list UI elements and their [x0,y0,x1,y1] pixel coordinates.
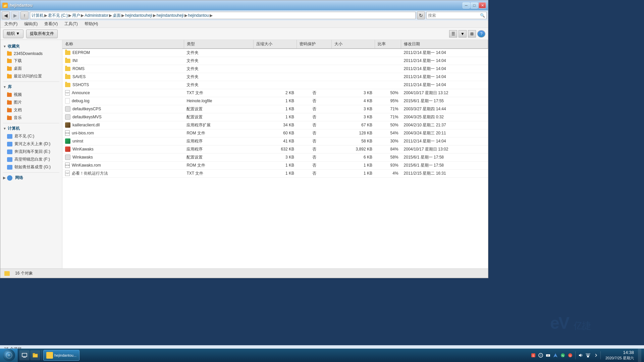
tray-icon-4[interactable] [552,352,558,358]
col-modified[interactable]: 修改日期 [401,40,488,49]
col-compressed-size[interactable]: 压缩大小 [254,40,297,49]
tray-network-icon[interactable] [585,352,591,358]
col-type[interactable]: 类型 [184,40,253,49]
menu-view[interactable]: 查看(V) [43,20,59,27]
sidebar-item-download[interactable]: 下载 [0,57,62,65]
sidebar-item-video[interactable]: 视频 [0,91,62,99]
system-clock[interactable]: 14:38 2020/7/25 星期六 [603,350,637,361]
file-name: INI [72,58,77,63]
sidebar-item-c-drive[interactable]: 君不见 (C:) [0,132,62,140]
maximize-button[interactable]: □ [471,2,478,8]
col-name[interactable]: 名称 [62,40,184,49]
table-row[interactable]: ROMS 文件夹 2011/2/14 星期一 14:04 [62,65,488,73]
table-row[interactable]: defaultkeysMVS 配置设置 1 KB 否 3 KB 71% 2004… [62,113,488,121]
search-box[interactable]: 🔍 [426,12,487,19]
sidebar-network-header[interactable]: ▶ 网络 [0,174,62,182]
tray-expand-icon[interactable] [592,352,598,358]
file-ratio: 58% [375,153,401,161]
up-button[interactable]: ↑ [20,11,29,19]
start-button[interactable] [0,349,18,362]
svg-text:?: ? [540,354,541,357]
sidebar-item-pictures[interactable]: 图片 [0,99,62,106]
tray-volume-icon[interactable] [578,352,584,358]
file-modified: 2011/2/14 星期一 14:04 [401,65,488,73]
sidebar-item-e-drive[interactable]: 奔流到海不复回 (E:) [0,148,62,156]
help-button[interactable]: ? [477,30,485,38]
path-folder2[interactable]: hejindantouheji [157,13,184,18]
organize-button[interactable]: 组织 ▼ [3,29,23,38]
file-name-cell: INI [62,57,184,65]
sidebar-favorites-header[interactable]: ▼ 收藏夹 [0,43,62,50]
menu-edit[interactable]: 编辑(E) [23,20,39,27]
tray-icon-3[interactable]: A [545,352,551,358]
view-dropdown-button[interactable]: ▼ [459,30,467,38]
show-desktop-strip[interactable] [638,349,641,362]
sidebar-item-music[interactable]: 音乐 [0,114,62,122]
tray-icon-5[interactable]: N [560,352,566,358]
table-row[interactable]: Winkawaks 配置设置 3 KB 否 6 KB 58% 2015/6/1 … [62,153,488,161]
extract-button[interactable]: 提取所有文件 [26,29,58,38]
sidebar-computer-header[interactable]: ▼ 计算机 [0,125,62,132]
col-size[interactable]: 大小 [332,40,375,49]
titlebar: 📁 hejindantou ─ □ ✕ [0,0,488,10]
file-type: 文件夹 [184,81,253,89]
sidebar-item-f-drive[interactable]: 高堂明镜悲白发 (F:) [0,156,62,163]
tray-icon-1[interactable]: S [530,352,536,358]
close-button[interactable]: ✕ [479,2,486,8]
sidebar-library-header[interactable]: ▼ 库 [0,83,62,91]
tray-icon-6[interactable]: G [567,352,573,358]
path-users[interactable]: 用户 [72,13,80,18]
table-row[interactable]: TXT Announce TXT 文件 2 KB 否 3 KB 50% 2004… [62,89,488,97]
table-row[interactable]: debug.log Heinote.logfile 1 KB 否 4 KB 95… [62,97,488,105]
minimize-button[interactable]: ─ [463,2,470,8]
titlebar-controls: ─ □ ✕ [463,2,486,8]
table-row[interactable]: ROM uni-bios.rom ROM 文件 60 KB 否 128 KB 5… [62,129,488,137]
refresh-button[interactable]: ↻ [417,11,425,19]
table-row[interactable]: WinKawaks 应用程序 632 KB 否 3,892 KB 84% 200… [62,145,488,153]
show-desktop-button[interactable] [19,350,30,360]
file-ratio: 71% [375,105,401,113]
sidebar-item-g-drive[interactable]: 朝如青丝暮成雪 (G:) [0,163,62,171]
address-path[interactable]: 计算机 ▶ 君不见 (C:) ▶ 用户 ▶ Administrator ▶ 桌面… [30,12,416,19]
path-admin[interactable]: Administrator [85,13,108,18]
table-row[interactable]: uninst 应用程序 41 KB 否 58 KB 30% 2011/2/14 … [62,137,488,145]
tray-icon-2[interactable]: ? [538,352,544,358]
table-row[interactable]: kailleraclient.dll 应用程序扩展 34 KB 否 67 KB … [62,121,488,129]
path-desktop[interactable]: 桌面 [113,13,121,18]
path-drive[interactable]: 君不见 (C:) [48,13,68,18]
file-size: 3 KB [332,105,375,113]
sidebar-item-desktop[interactable]: 桌面 [0,65,62,72]
search-input[interactable] [428,13,480,18]
path-folder3[interactable]: hejindantou [188,13,209,18]
sidebar-item-recent[interactable]: 最近访问的位置 [0,72,62,80]
view-tiles-button[interactable]: ⊞ [468,30,476,38]
library-arrow: ▼ [3,85,6,89]
col-password[interactable]: 密码保护 [297,40,332,49]
sidebar-computer-label: 计算机 [8,126,20,131]
back-button[interactable]: ◀ [2,11,10,19]
table-row[interactable]: defaultkeysCPS 配置设置 1 KB 否 3 KB 71% 2003… [62,105,488,113]
sidebar-recent-label: 最近访问的位置 [14,73,42,79]
view-details-button[interactable]: ☰ [449,30,457,38]
forward-button[interactable]: ▶ [11,11,19,19]
menu-help[interactable]: 帮助(H) [83,20,100,27]
menu-tools[interactable]: 工具(T) [63,20,79,27]
file-type: 文件夹 [184,65,253,73]
table-row[interactable]: SAVES 文件夹 2011/2/14 星期一 14:04 [62,73,488,81]
table-row[interactable]: SSHOTS 文件夹 2011/2/14 星期一 14:04 [62,81,488,89]
col-ratio[interactable]: 比率 [375,40,401,49]
folder-icon [7,67,12,71]
table-row[interactable]: ROM WinKawaks.rom ROM 文件 1 KB 否 1 KB 93%… [62,161,488,169]
file-ratio: 84% [375,145,401,153]
sidebar-item-d-drive[interactable]: 黄河之水天上来 (D:) [0,140,62,148]
table-row[interactable]: INI 文件夹 2011/2/14 星期一 14:04 [62,57,488,65]
taskbar-app-explorer[interactable]: hejindantou... [43,350,79,361]
table-row[interactable]: EEPROM 文件夹 2011/2/14 星期一 14:04 [62,49,488,57]
sidebar-item-documents[interactable]: 文档 [0,106,62,114]
table-row[interactable]: TXT 必看！街机运行方法 TXT 文件 1 KB 否 1 KB 4% 2011… [62,169,488,177]
path-folder1[interactable]: hejindantouheji [125,13,152,18]
path-computer[interactable]: 计算机 [32,13,44,18]
menu-file[interactable]: 文件(F) [3,20,19,27]
sidebar-item-downloads[interactable]: 2345Downloads [0,50,62,57]
file-explorer-button[interactable] [30,350,40,360]
